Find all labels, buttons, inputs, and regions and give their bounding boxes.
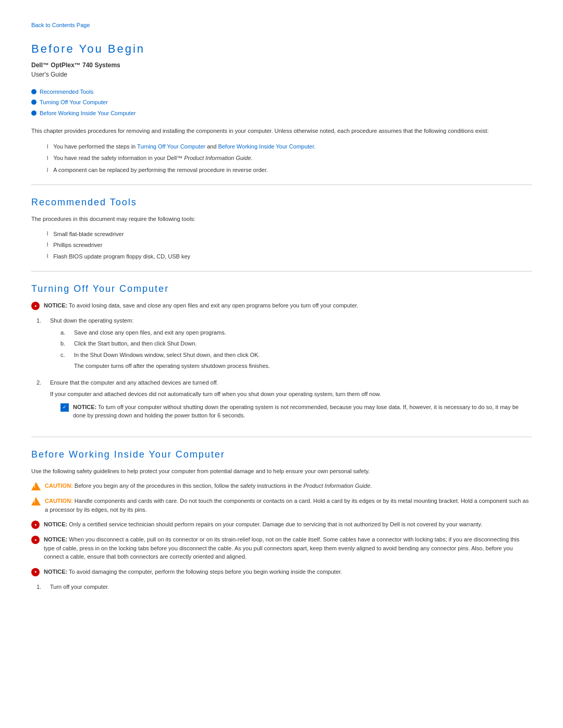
bullet-icon: [31, 100, 36, 105]
notice-circle-icon-2: [31, 536, 40, 544]
substep-result: The computer turns off after the operati…: [60, 362, 270, 371]
substep-a: a. Save and close any open files, and ex…: [60, 328, 270, 337]
notice-circle-icon-1: [31, 521, 40, 529]
caution-triangle-icon-1: [31, 482, 41, 490]
step-2-nested-notice: NOTICE: To turn off your computer withou…: [60, 403, 532, 420]
recommended-tools-intro: The procedures in this document may requ…: [31, 215, 532, 224]
bullet-icon: [31, 110, 36, 116]
toc-link-before-working[interactable]: Before Working Inside Your Computer: [40, 109, 136, 118]
bw-step-1-text: Turn off your computer.: [50, 583, 109, 591]
notice-circle-icon: [31, 302, 40, 310]
step-2-nested-notice-text: NOTICE: To turn off your computer withou…: [73, 403, 532, 420]
bw-step-1-num: 1.: [36, 583, 47, 591]
caution-1: CAUTION: Before you begin any of the pro…: [31, 482, 532, 490]
page-title: Before You Begin: [31, 40, 532, 57]
turning-off-heading: Turning Off Your Computer: [31, 282, 532, 296]
product-guide: User's Guide: [31, 70, 532, 79]
toc-item-before-working[interactable]: Before Working Inside Your Computer: [31, 109, 532, 118]
toc-link-recommended-tools[interactable]: Recommended Tools: [40, 88, 93, 96]
notice-3: NOTICE: To avoid damaging the computer, …: [31, 567, 532, 576]
step-1: 1. Shut down the operating system: a. Sa…: [36, 316, 532, 373]
tool-1-label: Small flat-blade screwdriver: [53, 230, 124, 239]
tools-list: Small flat-blade screwdriver Phillips sc…: [47, 230, 532, 261]
substep-c-label: c.: [60, 351, 71, 360]
tool-1: Small flat-blade screwdriver: [47, 230, 532, 239]
tool-3: Flash BIOS update program floppy disk, C…: [47, 252, 532, 261]
before-working-heading: Before Working Inside Your Computer: [31, 448, 532, 462]
turning-off-notice: NOTICE: To avoid losing data, save and c…: [31, 301, 532, 310]
substep-b-text: Click the Start button, and then click S…: [74, 339, 197, 348]
step-2-text: Ensure that the computer and any attache…: [50, 379, 218, 386]
section-divider-1: [31, 184, 532, 185]
notice-circle-icon-3: [31, 568, 40, 576]
toc-item-recommended-tools[interactable]: Recommended Tools: [31, 88, 532, 96]
table-of-contents: Recommended Tools Turning Off Your Compu…: [31, 88, 532, 118]
step-1-num: 1.: [36, 316, 47, 325]
substep-b-label: b.: [60, 339, 71, 348]
toc-item-turning-off[interactable]: Turning Off Your Computer: [31, 98, 532, 107]
substep-b: b. Click the Start button, and then clic…: [60, 339, 270, 348]
toc-link-turning-off[interactable]: Turning Off Your Computer: [40, 98, 108, 107]
substep-result-text: The computer turns off after the operati…: [74, 362, 270, 371]
step-2-num: 2.: [36, 378, 47, 387]
before-working-steps: 1. Turn off your computer.: [36, 583, 532, 591]
step-2-note: If your computer and attached devices di…: [50, 390, 532, 399]
step-2: 2. Ensure that the computer and any atta…: [36, 378, 532, 426]
substep-a-text: Save and close any open files, and exit …: [74, 328, 226, 337]
condition-before-working-link[interactable]: Before Working Inside Your Computer: [218, 143, 314, 150]
condition-1-text: You have performed the steps in Turning …: [53, 142, 315, 151]
condition-turning-off-link[interactable]: Turning Off Your Computer: [137, 143, 205, 150]
notice-2: NOTICE: When you disconnect a cable, pul…: [31, 535, 532, 561]
tool-3-label: Flash BIOS update program floppy disk, C…: [53, 252, 190, 261]
condition-3-text: A component can be replaced by performin…: [53, 166, 268, 175]
tool-2: Phillips screwdriver: [47, 241, 532, 250]
condition-3: A component can be replaced by performin…: [47, 166, 532, 175]
substep-c-text: In the Shut Down Windows window, select …: [74, 351, 260, 360]
section-divider-3: [31, 437, 532, 437]
before-working-intro: Use the following safety guidelines to h…: [31, 467, 532, 476]
substep-c: c. In the Shut Down Windows window, sele…: [60, 351, 270, 360]
section-divider-2: [31, 271, 532, 272]
turning-off-notice-text: NOTICE: To avoid losing data, save and c…: [44, 301, 358, 310]
notice-3-text: NOTICE: To avoid damaging the computer, …: [44, 567, 342, 576]
caution-2: CAUTION: Handle components and cards wit…: [31, 497, 532, 514]
notice-square-icon: [60, 403, 69, 412]
notice-2-text: NOTICE: When you disconnect a cable, pul…: [44, 535, 532, 561]
condition-2: You have read the safety information in …: [47, 154, 532, 163]
caution-2-text: CAUTION: Handle components and cards wit…: [45, 497, 532, 514]
caution-1-text: CAUTION: Before you begin any of the pro…: [45, 482, 372, 490]
bw-step-1: 1. Turn off your computer.: [36, 583, 532, 591]
tool-2-label: Phillips screwdriver: [53, 241, 102, 250]
caution-triangle-icon-2: [31, 497, 41, 505]
intro-text: This chapter provides procedures for rem…: [31, 127, 532, 136]
condition-2-text: You have read the safety information in …: [53, 154, 252, 163]
conditions-list: You have performed the steps in Turning …: [47, 142, 532, 175]
notice-1: NOTICE: Only a certified service technic…: [31, 520, 532, 529]
bullet-icon: [31, 89, 36, 94]
substep-a-label: a.: [60, 328, 71, 337]
back-to-contents-link[interactable]: Back to Contents Page: [31, 21, 532, 30]
notice-1-text: NOTICE: Only a certified service technic…: [44, 520, 482, 529]
step-1-text: Shut down the operating system:: [50, 317, 133, 324]
condition-1: You have performed the steps in Turning …: [47, 142, 532, 151]
product-name: Dell™ OptPlex™ 740 Systems: [31, 60, 532, 70]
turning-off-steps: 1. Shut down the operating system: a. Sa…: [36, 316, 532, 426]
recommended-tools-heading: Recommended Tools: [31, 195, 532, 209]
step-1-substeps: a. Save and close any open files, and ex…: [60, 328, 270, 371]
